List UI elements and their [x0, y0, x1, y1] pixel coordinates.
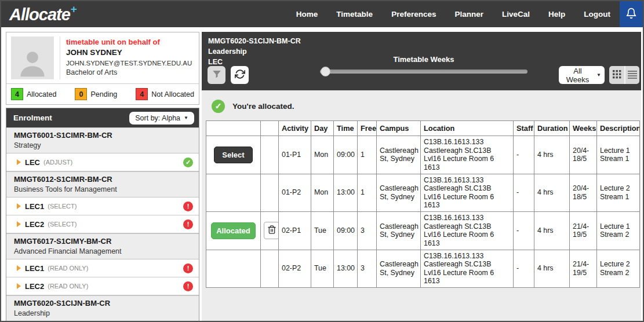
class-type-label: LEC [25, 158, 40, 167]
top-nav: Allocate+ HomeTimetablePreferencesPlanne… [1, 1, 643, 27]
cell-duration: 4 hrs [534, 136, 570, 174]
class-mode-label: (ADJUST) [43, 159, 72, 166]
timetable-weeks-control: Timetable Weeks [320, 55, 527, 74]
nav-item-planner[interactable]: Planner [445, 1, 493, 27]
slider-handle[interactable] [321, 67, 330, 76]
badge-label: Allocated [27, 90, 56, 98]
class-type-label: LEC1 [25, 264, 44, 273]
column-header: Campus [377, 121, 421, 136]
notifications-button[interactable] [620, 1, 643, 27]
cell-weeks: 20/4-18/5 [570, 174, 597, 212]
enrolment-class-row[interactable]: LEC2 (SELECT) ! [6, 215, 199, 233]
course-name: Business Tools for Management [14, 185, 191, 194]
class-mode-label: (SELECT) [48, 203, 77, 210]
class-type-label: LEC1 [25, 202, 44, 211]
enrolment-class-row[interactable]: LEC (ADJUST) ✓ [6, 153, 199, 171]
expand-triangle-icon [17, 283, 21, 289]
course-name: Strategy [14, 141, 191, 150]
nav-item-help[interactable]: Help [539, 1, 574, 27]
badge-label: Not Allocated [151, 90, 194, 98]
enrolment-class-row[interactable]: LEC2 (READ ONLY) ! [6, 277, 199, 295]
list-view-button[interactable] [624, 66, 639, 84]
expand-triangle-icon [17, 159, 21, 165]
weeks-filter-label: All Weeks [562, 67, 593, 84]
column-header: Weeks [570, 121, 597, 136]
column-header: Staff [514, 121, 534, 136]
left-sidebar: timetable unit on behalf of JOHN SYDNEY … [6, 32, 199, 321]
detail-toolbar [208, 66, 249, 84]
class-mode-label: (READ ONLY) [48, 265, 88, 272]
course-code: MMGT6012-S1CIMR-BM-CR [14, 175, 191, 185]
cell-day: Mon [311, 136, 334, 174]
allocate-plus-app: Allocate+ HomeTimetablePreferencesPlanne… [0, 0, 644, 322]
timetable-weeks-slider[interactable] [320, 69, 527, 74]
cell-day: Tue [311, 212, 334, 250]
refresh-button[interactable] [231, 66, 249, 84]
user-email: JOHN.SYDNEY@TEST.SYDNEY.EDU.AU [66, 58, 192, 68]
enrolment-course-header: MMGT6012-S1CIMR-BM-CR Business Tools for… [6, 171, 199, 197]
cell-staff: - [514, 250, 534, 288]
allocate-logo: Allocate+ [9, 4, 77, 24]
cell-trash [261, 250, 279, 288]
column-header: Description [597, 121, 640, 136]
allocation-badge: 4 Not Allocated [136, 88, 194, 100]
enrolment-list: MMGT6001-S1CIMR-BM-CR Strategy LEC (ADJU… [6, 127, 199, 322]
column-header: Free [358, 121, 377, 136]
allocation-badge: 0 Pending [75, 88, 117, 100]
detail-header: MMGT6020-S1CIJN-BM-CR Leadership LEC Tim… [202, 32, 641, 90]
table-header-row: ActivityDayTimeFreeCampusLocationStaffDu… [206, 121, 640, 136]
filter-button[interactable] [208, 66, 225, 84]
allocated-button[interactable]: Allocated [211, 222, 256, 239]
funnel-icon [212, 69, 222, 81]
badge-count: 4 [11, 88, 23, 100]
logo-plus-icon: + [71, 3, 77, 15]
trash-button[interactable] [264, 222, 279, 239]
enrolment-class-row[interactable]: LEC1 (SELECT) ! [6, 197, 199, 215]
cell-day: Tue [311, 250, 334, 288]
nav-item-livecal[interactable]: LiveCal [493, 1, 539, 27]
allocation-summary: 4 Allocated 0 Pending 4 Not Allocated [6, 83, 199, 104]
cell-location: C13B.16.1613.133 Castlereagh St.C13B Lvl… [421, 136, 514, 174]
cell-free: 3 [358, 250, 377, 288]
success-check-icon: ✓ [212, 100, 225, 113]
expand-triangle-icon [17, 221, 21, 227]
cell-duration: 4 hrs [534, 212, 570, 250]
nav-item-home[interactable]: Home [287, 1, 328, 27]
cell-time: 13:00 [334, 174, 358, 212]
cell-weeks: 20/4-18/5 [570, 136, 597, 174]
nav-item-timetable[interactable]: Timetable [327, 1, 382, 27]
refresh-icon [235, 69, 245, 81]
weeks-filter-dropdown[interactable]: All Weeks ▼ [559, 66, 605, 84]
cell-campus: Castlereagh St, Sydney [377, 250, 421, 288]
course-name: Advanced Financial Management [14, 247, 191, 256]
course-code: MMGT6017-S1CIMY-BM-CR [14, 237, 191, 247]
select-button[interactable]: Select [214, 147, 252, 163]
timetable-option-row: 02-P2 Tue 13:00 3 Castlereagh St, Sydney… [206, 250, 640, 288]
enrolment-panel: Enrolment Sort by: Alpha ▼ MMGT6001-S1CI… [6, 108, 199, 322]
cell-description: Lecture 1 Stream 1 [597, 136, 640, 174]
nav-item-preferences[interactable]: Preferences [382, 1, 445, 27]
sort-by-dropdown[interactable]: Sort by: Alpha ▼ [129, 112, 194, 125]
column-header [261, 121, 279, 136]
cell-description: Lecture 1 Stream 2 [597, 212, 640, 250]
cell-time: 09:00 [334, 212, 358, 250]
course-code: MMGT6001-S1CIMR-BM-CR [14, 131, 191, 141]
enrolment-course-header: MMGT6001-S1CIMR-BM-CR Strategy [6, 127, 199, 153]
timetable-options-table: ActivityDayTimeFreeCampusLocationStaffDu… [206, 120, 640, 288]
cell-action: Select [206, 136, 261, 174]
cell-trash [261, 212, 279, 250]
cell-activity: 01-P1 [279, 136, 311, 174]
logo-text: Allocate [9, 5, 70, 24]
sort-by-label: Sort by: Alpha [135, 114, 180, 122]
grid-view-button[interactable] [609, 66, 624, 84]
not-allocated-alert-icon: ! [183, 264, 193, 273]
class-mode-label: (READ ONLY) [48, 283, 88, 290]
cell-free: 1 [358, 174, 377, 212]
nav-item-logout[interactable]: Logout [574, 1, 620, 27]
cell-location: C13B.16.1613.133 Castlereagh St.C13B Lvl… [421, 174, 514, 212]
cell-staff: - [514, 212, 534, 250]
enrolment-class-row[interactable]: LEC1 (READ ONLY) ! [6, 259, 199, 277]
list-icon [628, 70, 637, 80]
enrolment-header: Enrolment Sort by: Alpha ▼ [6, 108, 199, 127]
detail-content: ✓ You're allocated. ActivityDayTimeFreeC… [202, 90, 641, 321]
